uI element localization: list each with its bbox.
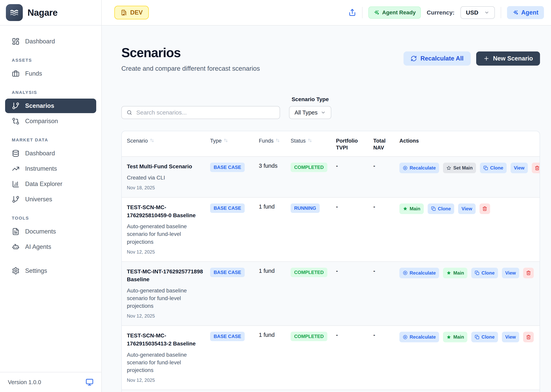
environment-badge: DEV: [114, 6, 149, 20]
scenario-name: TEST-MC-INT-1762925771898 Baseline: [127, 268, 205, 284]
scenario-date: Nov 12, 2025: [127, 249, 205, 255]
sidebar-item-instruments[interactable]: Instruments: [5, 161, 96, 176]
settings-icon: [12, 267, 20, 275]
environment-badge-label: DEV: [130, 9, 143, 16]
sidebar-item-market-dashboard[interactable]: Dashboard: [5, 146, 96, 161]
column-header-scenario[interactable]: Scenario: [122, 131, 210, 156]
recalculate-button[interactable]: Recalculate: [399, 268, 439, 278]
sidebar-item-documents[interactable]: Documents: [5, 224, 96, 239]
action-label: Clone: [481, 334, 495, 340]
type-badge: BASE CASE: [210, 332, 245, 341]
sidebar-item-label: Settings: [25, 267, 47, 274]
currency-value: USD: [466, 9, 478, 16]
file-text-icon: [12, 228, 20, 236]
main-button[interactable]: Main: [443, 332, 467, 342]
recalculate-all-button[interactable]: Recalculate All: [404, 51, 470, 66]
search-input[interactable]: [136, 109, 275, 116]
app-window: Nagare DashboardASSETSFundsANALYSISScena…: [0, 0, 551, 392]
type-cell: BASE CASE: [210, 157, 259, 197]
copy-icon: [475, 270, 480, 275]
sidebar-item-dashboard[interactable]: Dashboard: [5, 34, 96, 49]
delete-button[interactable]: [523, 332, 534, 342]
column-header-type[interactable]: Type: [210, 131, 259, 156]
monitor-icon: [86, 378, 93, 386]
column-header-actions: Actions: [399, 131, 540, 156]
recalculate-button[interactable]: Recalculate: [399, 332, 439, 342]
chevron-down-icon: [321, 110, 326, 115]
sidebar-item-universes[interactable]: Universes: [5, 192, 96, 207]
brand-name: Nagare: [28, 7, 57, 18]
star-icon: [403, 206, 408, 211]
total-nav-cell: -: [373, 198, 399, 261]
agent-button-label: Agent: [521, 9, 538, 16]
total-nav-cell: -: [373, 326, 399, 390]
sidebar-item-label: Data Explorer: [25, 181, 63, 188]
scenario-type-select[interactable]: All Types: [289, 106, 331, 119]
bot-icon: [12, 243, 20, 251]
view-button[interactable]: View: [510, 163, 528, 173]
new-scenario-button[interactable]: New Scenario: [476, 51, 540, 66]
action-label: View: [461, 206, 472, 211]
funds-cell: 1 fund: [259, 262, 291, 326]
view-button[interactable]: View: [458, 203, 475, 214]
recalculate-button[interactable]: Recalculate: [399, 163, 439, 173]
sidebar-item-label: Scenarios: [25, 102, 54, 109]
sort-icon: [149, 138, 154, 143]
column-header-status[interactable]: Status: [291, 131, 336, 156]
sidebar-item-settings[interactable]: Settings: [5, 264, 96, 278]
nav-section-label: TOOLS: [5, 216, 96, 221]
action-label: Main: [410, 206, 420, 211]
action-label: View: [514, 165, 524, 171]
action-label: Set Main: [453, 165, 473, 171]
new-scenario-label: New Scenario: [493, 55, 533, 62]
sidebar-item-ai-agents[interactable]: AI Agents: [5, 240, 96, 254]
delete-button[interactable]: [523, 268, 534, 278]
sidebar-item-funds[interactable]: Funds: [5, 66, 96, 81]
export-button[interactable]: [348, 9, 356, 16]
trending-up-icon: [12, 165, 20, 173]
sidebar-item-comparison[interactable]: Comparison: [5, 114, 96, 128]
main-button[interactable]: Main: [399, 203, 424, 214]
play-circle-icon: [403, 166, 408, 170]
sidebar-item-scenarios[interactable]: Scenarios: [5, 98, 96, 113]
total-nav-cell: -: [373, 157, 399, 197]
clone-button[interactable]: Clone: [480, 163, 507, 173]
view-button[interactable]: View: [502, 332, 519, 342]
column-header-portfolio-tvpi: Portfolio TVPI: [336, 131, 373, 156]
nav-section-label: ANALYSIS: [5, 90, 96, 95]
sidebar-item-data-explorer[interactable]: Data Explorer: [5, 177, 96, 191]
type-cell: BASE CASE: [210, 198, 259, 261]
portfolio-tvpi-cell: -: [336, 390, 373, 392]
type-cell: BASE CASE: [210, 326, 259, 390]
actions-cell: RecalculateSet MainCloneView: [399, 157, 540, 197]
database-icon: [12, 149, 20, 157]
copy-icon: [483, 166, 488, 170]
table-row: TEST-SCN-MC-1762915035413-2 BaselineAuto…: [122, 325, 540, 390]
agent-ready-label: Agent Ready: [382, 9, 416, 16]
column-header-funds[interactable]: Funds: [259, 131, 291, 156]
scenarios-table: ScenarioTypeFundsStatusPortfolio TVPITot…: [121, 131, 540, 392]
clone-button[interactable]: Clone: [471, 332, 498, 342]
main-button[interactable]: Main: [443, 268, 467, 278]
total-nav-cell: -: [373, 262, 399, 326]
type-cell: BASE CASE: [210, 262, 259, 326]
upload-icon: [348, 9, 356, 16]
delete-button[interactable]: [480, 203, 490, 214]
status-badge: COMPLETED: [291, 332, 327, 341]
trash-icon: [526, 335, 531, 340]
action-label: Clone: [481, 270, 495, 276]
play-circle-icon: [403, 270, 408, 275]
clone-button[interactable]: Clone: [428, 203, 454, 214]
display-mode-button[interactable]: [86, 378, 93, 386]
clone-button[interactable]: Clone: [471, 268, 498, 278]
delete-button[interactable]: [532, 163, 540, 173]
play-circle-icon: [403, 335, 408, 340]
currency-select[interactable]: USD: [460, 6, 495, 19]
view-button[interactable]: View: [502, 268, 519, 278]
sidebar-item-label: Documents: [25, 228, 56, 235]
scenario-description: Auto-generated baseline scenario for fun…: [127, 351, 205, 374]
set-main-button[interactable]: Set Main: [443, 163, 476, 173]
app-logo: [6, 4, 23, 21]
agent-button[interactable]: Agent: [507, 6, 544, 19]
scenario-cell: TEST-SCN-MC-1762915029669-1 BaselineAuto…: [122, 390, 210, 392]
